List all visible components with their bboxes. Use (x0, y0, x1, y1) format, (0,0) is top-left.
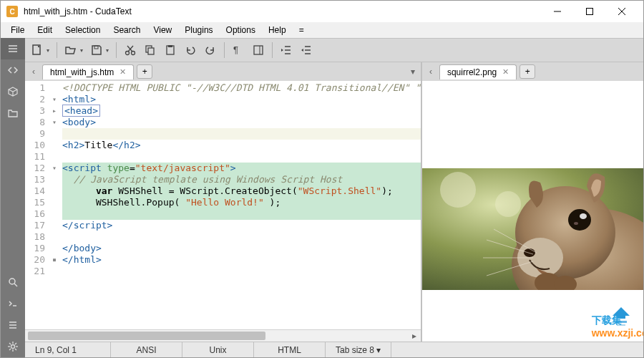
tab-menu-icon[interactable]: ▾ (408, 67, 418, 77)
sidebar-box-icon[interactable] (1, 81, 25, 102)
code-line[interactable] (62, 231, 421, 243)
tab-label: html_with_js.htm (50, 67, 114, 77)
sidebar-list-icon[interactable] (1, 314, 25, 336)
unprinted-button[interactable]: ¶ (229, 41, 248, 59)
tab-add-button[interactable]: + (519, 64, 535, 79)
editor-tabbar: ‹ html_with_js.htm ✕ + ▾ (25, 62, 421, 81)
editor-body[interactable]: 12389101112131415161718192021 ▾▸▾ ▾ ▪ <!… (25, 81, 421, 329)
watermark-text-1: 下载集 (592, 314, 622, 326)
main-area: ▾ ▾ ▾ ¶ ‹ html_wi (1, 38, 643, 357)
window-title: html_with_js.htm - CudaText (24, 6, 541, 16)
save-dropdown-icon[interactable]: ▾ (106, 47, 112, 54)
code-line[interactable] (62, 151, 421, 163)
new-dropdown-icon[interactable]: ▾ (47, 47, 52, 54)
menu-help[interactable]: Help (263, 24, 292, 37)
code-line[interactable]: </script> (62, 220, 421, 231)
panes: ‹ html_with_js.htm ✕ + ▾ 123891011121314… (25, 62, 643, 342)
statusbar: Ln 9, Col 1 ANSI Unix HTML Tab size 8 ▾ (25, 342, 643, 357)
svg-point-42 (440, 172, 476, 208)
menu-selection[interactable]: Selection (59, 24, 106, 37)
menu-=[interactable]: = (293, 24, 310, 37)
sidebar-terminal-icon[interactable] (1, 293, 25, 314)
svg-text:¶: ¶ (233, 44, 238, 55)
code-line[interactable]: <html> (62, 94, 421, 105)
status-encoding[interactable]: ANSI (111, 342, 182, 357)
horizontal-scrollbar[interactable]: ▸ (25, 329, 421, 342)
menubar: FileEditSelectionSearchViewPluginsOption… (1, 22, 643, 38)
fold-column[interactable]: ▾▸▾ ▾ ▪ (49, 81, 59, 329)
code-line[interactable]: <!DOCTYPE HTML PUBLIC "-//W3C//DTD HTML … (62, 82, 421, 94)
editor-pane: ‹ html_with_js.htm ✕ + ▾ 123891011121314… (25, 62, 422, 342)
image-pane: ‹ squirrel2.png ✕ + ▾ (422, 62, 643, 342)
svg-line-20 (15, 343, 16, 344)
indent-button[interactable] (277, 41, 296, 59)
status-tabsize[interactable]: Tab size 8 ▾ (326, 342, 391, 357)
tab-close-icon[interactable]: ✕ (502, 67, 509, 77)
svg-point-24 (126, 52, 130, 55)
tab-html-file[interactable]: html_with_js.htm ✕ (42, 64, 134, 79)
sidebar-folder-icon[interactable] (1, 102, 25, 124)
redo-button[interactable] (201, 41, 220, 59)
maximize-button[interactable] (573, 1, 605, 22)
menu-plugins[interactable]: Plugins (179, 24, 218, 37)
cut-button[interactable] (121, 41, 140, 59)
code-line[interactable]: </body> (62, 243, 421, 254)
code-line[interactable] (62, 128, 421, 140)
code-line[interactable] (62, 266, 421, 277)
code-line[interactable]: WSHShell.Popup( "Hello World!" ); (62, 197, 421, 208)
undo-button[interactable] (181, 41, 200, 59)
status-message (391, 342, 643, 357)
open-dropdown-icon[interactable]: ▾ (80, 47, 86, 54)
squirrel-image (422, 168, 643, 290)
paste-button[interactable] (161, 41, 180, 59)
sidebar-search-icon[interactable] (1, 271, 25, 293)
code-line[interactable]: <head> (62, 105, 421, 117)
menu-options[interactable]: Options (220, 24, 261, 37)
minimize-button[interactable] (541, 1, 573, 22)
menu-file[interactable]: File (5, 24, 30, 37)
toolbar: ▾ ▾ ▾ ¶ (25, 38, 643, 62)
tab-add-button[interactable]: + (137, 64, 152, 79)
image-viewer[interactable]: 下载集 www.xzji.com (422, 81, 643, 342)
code-line[interactable]: <script type="text/javascript"> (62, 163, 421, 174)
app-icon: C (6, 6, 18, 17)
unindent-button[interactable] (297, 41, 316, 59)
code-line[interactable]: <h2>Title</h2> (62, 140, 421, 151)
code-line[interactable]: // JavaScript template using Windows Scr… (62, 174, 421, 185)
tab-image-file[interactable]: squirrel2.png ✕ (439, 64, 517, 79)
close-button[interactable] (605, 1, 638, 22)
image-tabbar: ‹ squirrel2.png ✕ + ▾ (422, 62, 643, 81)
sidebar-settings-icon[interactable] (1, 336, 25, 357)
svg-line-21 (9, 349, 11, 350)
menu-view[interactable]: View (147, 24, 177, 37)
sidebar-menu-icon[interactable] (1, 38, 25, 59)
code-area[interactable]: <!DOCTYPE HTML PUBLIC "-//W3C//DTD HTML … (59, 81, 421, 329)
code-line[interactable]: </html> (62, 254, 421, 266)
open-file-button[interactable] (62, 41, 80, 59)
status-position[interactable]: Ln 9, Col 1 (25, 342, 111, 357)
status-line-ends[interactable]: Unix (182, 342, 254, 357)
sidebar-code-icon[interactable] (1, 59, 25, 81)
tab-prev-icon[interactable]: ‹ (425, 67, 436, 77)
copy-button[interactable] (141, 41, 160, 59)
svg-line-27 (127, 46, 132, 52)
svg-line-19 (15, 349, 16, 350)
status-lexer[interactable]: HTML (254, 342, 326, 357)
code-line[interactable]: <body> (62, 117, 421, 128)
content: ▾ ▾ ▾ ¶ ‹ html_wi (25, 38, 643, 357)
svg-point-50 (524, 248, 535, 257)
minimap-button[interactable] (249, 41, 268, 59)
tab-prev-icon[interactable]: ‹ (28, 67, 39, 77)
svg-point-7 (9, 279, 15, 284)
code-line[interactable] (62, 208, 421, 220)
watermark-text-2: www.xzji.com (592, 327, 643, 339)
titlebar: C html_with_js.htm - CudaText (1, 1, 643, 22)
tab-close-icon[interactable]: ✕ (119, 67, 126, 77)
svg-point-46 (568, 209, 591, 231)
menu-search[interactable]: Search (107, 24, 146, 37)
menu-edit[interactable]: Edit (31, 24, 58, 37)
code-line[interactable]: var WSHShell = WScript.CreateObject("WSc… (62, 185, 421, 197)
save-button[interactable] (87, 41, 106, 59)
new-file-button[interactable] (28, 41, 47, 59)
svg-point-43 (495, 191, 521, 217)
